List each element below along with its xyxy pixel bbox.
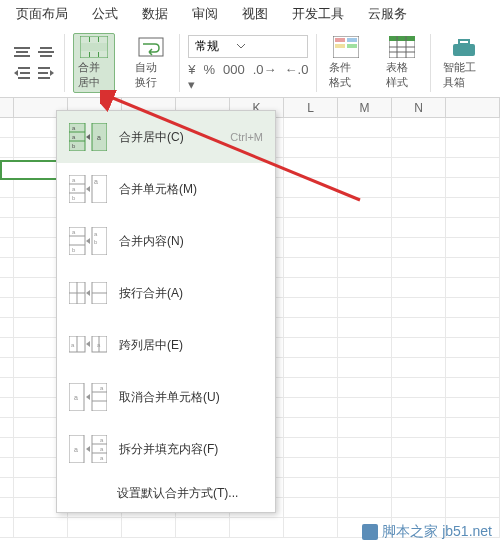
cell[interactable] — [338, 118, 392, 138]
align-middle-icon[interactable] — [36, 45, 56, 61]
cell[interactable] — [392, 418, 446, 438]
cell[interactable] — [284, 378, 338, 398]
cell[interactable] — [392, 238, 446, 258]
percent-icon[interactable]: % — [203, 62, 215, 92]
cell[interactable] — [392, 338, 446, 358]
indent-increase-icon[interactable] — [36, 65, 56, 81]
cell[interactable] — [446, 178, 500, 198]
cell[interactable] — [176, 518, 230, 538]
menu-merge-rows[interactable]: 按行合并(A) — [57, 267, 275, 319]
cell[interactable] — [338, 318, 392, 338]
cell[interactable] — [392, 198, 446, 218]
cell[interactable] — [284, 478, 338, 498]
cell[interactable] — [446, 218, 500, 238]
menu-unmerge[interactable]: aa 取消合并单元格(U) — [57, 371, 275, 423]
cell[interactable] — [446, 138, 500, 158]
cell[interactable] — [392, 478, 446, 498]
cell[interactable] — [338, 158, 392, 178]
cell[interactable] — [284, 418, 338, 438]
cell[interactable] — [230, 518, 284, 538]
menu-split-fill[interactable]: aaaa 拆分并填充内容(F) — [57, 423, 275, 475]
cell[interactable] — [446, 358, 500, 378]
cell[interactable] — [0, 418, 14, 438]
cell[interactable] — [392, 138, 446, 158]
cell[interactable] — [0, 478, 14, 498]
cell[interactable] — [392, 218, 446, 238]
table-style-button[interactable]: 表格样式 — [382, 34, 422, 92]
cell[interactable] — [446, 198, 500, 218]
cell[interactable] — [446, 318, 500, 338]
cell[interactable] — [122, 518, 176, 538]
cell[interactable] — [284, 458, 338, 478]
cell[interactable] — [338, 138, 392, 158]
cell[interactable] — [284, 238, 338, 258]
wrap-text-button[interactable]: 自动换行 — [131, 34, 171, 92]
cell[interactable] — [284, 498, 338, 518]
col-header[interactable] — [446, 98, 500, 118]
cell[interactable] — [284, 318, 338, 338]
cell[interactable] — [284, 358, 338, 378]
cell[interactable] — [68, 518, 122, 538]
col-header[interactable] — [0, 98, 14, 118]
menu-merge-cells[interactable]: aaba 合并单元格(M) — [57, 163, 275, 215]
tab-page-layout[interactable]: 页面布局 — [16, 5, 68, 23]
cell[interactable] — [0, 258, 14, 278]
tab-formula[interactable]: 公式 — [92, 5, 118, 23]
cell[interactable] — [392, 118, 446, 138]
cell[interactable] — [284, 138, 338, 158]
cell[interactable] — [0, 518, 14, 538]
cell[interactable] — [14, 518, 68, 538]
cell[interactable] — [446, 278, 500, 298]
cell[interactable] — [284, 218, 338, 238]
tab-cloud[interactable]: 云服务 — [368, 5, 407, 23]
cell[interactable] — [338, 238, 392, 258]
menu-merge-center[interactable]: aaba 合并居中(C) Ctrl+M — [57, 111, 275, 163]
cell[interactable] — [338, 278, 392, 298]
col-header-n[interactable]: N — [392, 98, 446, 118]
cell[interactable] — [0, 238, 14, 258]
cell[interactable] — [392, 158, 446, 178]
cell[interactable] — [392, 178, 446, 198]
decrease-decimal-icon[interactable]: ←.0 — [285, 62, 309, 92]
cell[interactable] — [392, 378, 446, 398]
tab-view[interactable]: 视图 — [242, 5, 268, 23]
cell[interactable] — [392, 318, 446, 338]
cell[interactable] — [0, 378, 14, 398]
col-header-l[interactable]: L — [284, 98, 338, 118]
menu-merge-content[interactable]: abab 合并内容(N) — [57, 215, 275, 267]
cell[interactable] — [446, 158, 500, 178]
cell[interactable] — [446, 338, 500, 358]
cell[interactable] — [446, 378, 500, 398]
cell[interactable] — [392, 458, 446, 478]
cell[interactable] — [392, 278, 446, 298]
currency-icon[interactable]: ¥ ▾ — [188, 62, 195, 92]
cell[interactable] — [392, 438, 446, 458]
cell[interactable] — [392, 298, 446, 318]
cell[interactable] — [338, 438, 392, 458]
cell[interactable] — [0, 298, 14, 318]
cell[interactable] — [284, 338, 338, 358]
smart-toolbox-button[interactable]: 智能工具箱 — [439, 34, 488, 92]
align-top-icon[interactable] — [12, 45, 32, 61]
cell[interactable] — [0, 118, 14, 138]
cell[interactable] — [338, 338, 392, 358]
cell[interactable] — [446, 298, 500, 318]
cell[interactable] — [446, 498, 500, 518]
cell[interactable] — [446, 118, 500, 138]
cell[interactable] — [338, 198, 392, 218]
tab-data[interactable]: 数据 — [142, 5, 168, 23]
cell[interactable] — [0, 398, 14, 418]
cell[interactable] — [0, 358, 14, 378]
cell[interactable] — [0, 338, 14, 358]
cell[interactable] — [0, 438, 14, 458]
cell[interactable] — [0, 318, 14, 338]
cell[interactable] — [284, 258, 338, 278]
cell[interactable] — [284, 118, 338, 138]
cell[interactable] — [338, 258, 392, 278]
cell[interactable] — [446, 478, 500, 498]
comma-icon[interactable]: 000 — [223, 62, 245, 92]
cell[interactable] — [0, 278, 14, 298]
menu-center-across[interactable]: aa 跨列居中(E) — [57, 319, 275, 371]
cell[interactable] — [0, 138, 14, 158]
menu-default-merge[interactable]: 设置默认合并方式(T)... — [57, 475, 275, 512]
